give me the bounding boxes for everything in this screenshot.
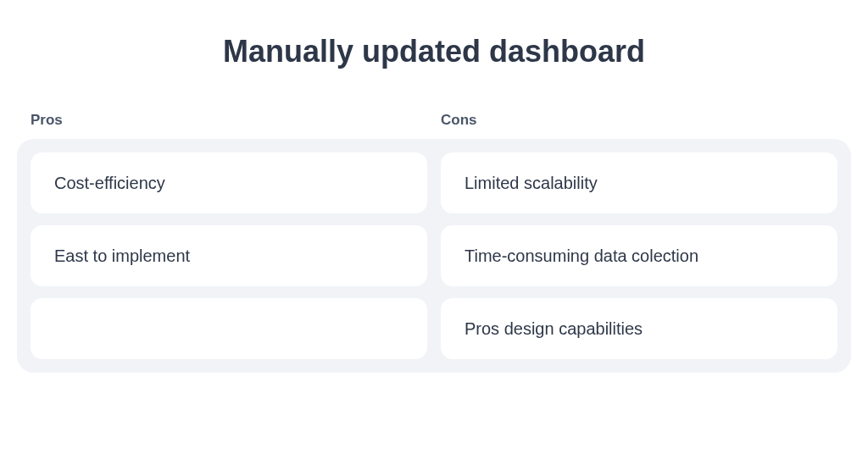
table-row: Cost-efficiency Limited scalability <box>31 152 837 213</box>
pro-cell: Cost-efficiency <box>31 152 427 213</box>
con-cell: Pros design capabilities <box>441 298 837 359</box>
pro-cell <box>31 298 427 359</box>
comparison-table: Cost-efficiency Limited scalability East… <box>17 139 851 373</box>
con-cell: Time-consuming data colection <box>441 225 837 286</box>
page-title: Manually updated dashboard <box>17 34 851 69</box>
pros-column-label: Pros <box>31 112 427 129</box>
cons-column-label: Cons <box>441 112 837 129</box>
pro-cell: East to implement <box>31 225 427 286</box>
table-row: Pros design capabilities <box>31 298 837 359</box>
table-row: East to implement Time-consuming data co… <box>31 225 837 286</box>
columns-header: Pros Cons <box>17 112 851 129</box>
con-cell: Limited scalability <box>441 152 837 213</box>
